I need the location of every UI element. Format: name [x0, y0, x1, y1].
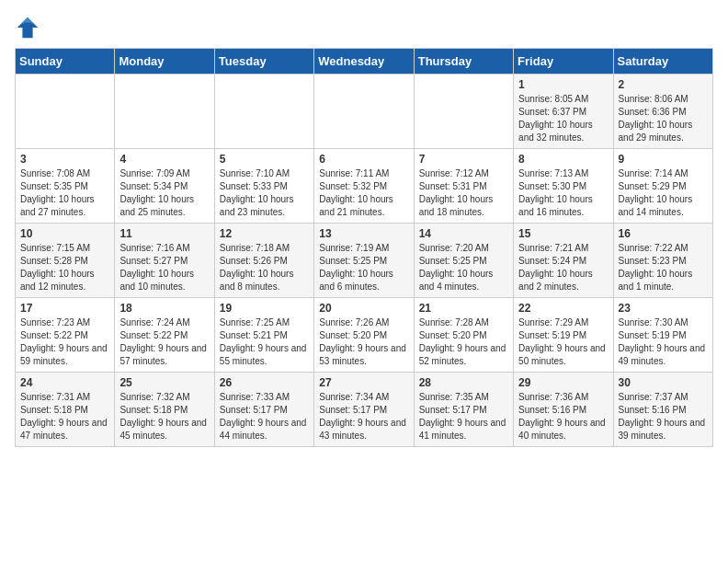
day-info: Sunrise: 7:13 AM Sunset: 5:30 PM Dayligh…	[518, 167, 608, 219]
day-number: 3	[20, 153, 109, 166]
day-number: 16	[619, 227, 708, 240]
weekday-header-saturday: Saturday	[613, 49, 712, 75]
calendar-cell: 26Sunrise: 7:33 AM Sunset: 5:17 PM Dayli…	[214, 373, 313, 447]
calendar-cell: 24Sunrise: 7:31 AM Sunset: 5:18 PM Dayli…	[16, 373, 115, 447]
day-number: 7	[419, 153, 508, 166]
calendar-cell: 13Sunrise: 7:19 AM Sunset: 5:25 PM Dayli…	[314, 224, 414, 298]
day-info: Sunrise: 7:32 AM Sunset: 5:18 PM Dayligh…	[119, 391, 209, 442]
day-number: 6	[319, 153, 408, 166]
calendar-cell: 23Sunrise: 7:30 AM Sunset: 5:19 PM Dayli…	[613, 298, 712, 373]
calendar-cell: 6Sunrise: 7:11 AM Sunset: 5:32 PM Daylig…	[314, 149, 414, 224]
weekday-header-tuesday: Tuesday	[214, 49, 313, 75]
day-info: Sunrise: 7:15 AM Sunset: 5:28 PM Dayligh…	[20, 242, 109, 293]
day-number: 12	[220, 227, 309, 240]
day-info: Sunrise: 7:24 AM Sunset: 5:22 PM Dayligh…	[119, 316, 209, 368]
day-number: 24	[20, 376, 109, 389]
day-number: 23	[619, 302, 708, 315]
calendar-cell: 20Sunrise: 7:26 AM Sunset: 5:20 PM Dayli…	[314, 298, 414, 373]
day-info: Sunrise: 7:12 AM Sunset: 5:31 PM Dayligh…	[419, 167, 508, 219]
day-info: Sunrise: 7:35 AM Sunset: 5:17 PM Dayligh…	[419, 391, 508, 442]
day-number: 5	[220, 153, 309, 166]
calendar-cell: 5Sunrise: 7:10 AM Sunset: 5:33 PM Daylig…	[214, 149, 313, 224]
day-number: 15	[518, 227, 608, 240]
day-info: Sunrise: 7:16 AM Sunset: 5:27 PM Dayligh…	[119, 242, 209, 293]
day-number: 20	[319, 302, 408, 315]
day-number: 4	[119, 153, 209, 166]
weekday-header-sunday: Sunday	[16, 49, 115, 75]
day-number: 18	[119, 302, 209, 315]
calendar-cell: 1Sunrise: 8:05 AM Sunset: 6:37 PM Daylig…	[514, 75, 613, 149]
day-number: 22	[518, 302, 608, 315]
calendar-cell: 22Sunrise: 7:29 AM Sunset: 5:19 PM Dayli…	[514, 298, 613, 373]
weekday-header-monday: Monday	[115, 49, 214, 75]
day-info: Sunrise: 7:21 AM Sunset: 5:24 PM Dayligh…	[518, 242, 608, 293]
day-info: Sunrise: 7:34 AM Sunset: 5:17 PM Dayligh…	[319, 391, 408, 442]
day-info: Sunrise: 8:06 AM Sunset: 6:36 PM Dayligh…	[619, 93, 708, 144]
day-info: Sunrise: 7:28 AM Sunset: 5:20 PM Dayligh…	[419, 316, 508, 368]
day-number: 14	[419, 227, 508, 240]
day-info: Sunrise: 7:22 AM Sunset: 5:23 PM Dayligh…	[619, 242, 708, 293]
calendar-cell: 2Sunrise: 8:06 AM Sunset: 6:36 PM Daylig…	[613, 75, 712, 149]
day-number: 19	[220, 302, 309, 315]
day-info: Sunrise: 7:18 AM Sunset: 5:26 PM Dayligh…	[220, 242, 309, 293]
day-number: 21	[419, 302, 508, 315]
day-number: 8	[518, 153, 608, 166]
day-info: Sunrise: 7:08 AM Sunset: 5:35 PM Dayligh…	[20, 167, 109, 219]
day-info: Sunrise: 7:25 AM Sunset: 5:21 PM Dayligh…	[220, 316, 309, 368]
day-info: Sunrise: 7:11 AM Sunset: 5:32 PM Dayligh…	[319, 167, 408, 219]
weekday-header-wednesday: Wednesday	[314, 49, 414, 75]
day-number: 17	[20, 302, 109, 315]
day-number: 28	[419, 376, 508, 389]
calendar-cell: 21Sunrise: 7:28 AM Sunset: 5:20 PM Dayli…	[414, 298, 513, 373]
calendar-cell: 19Sunrise: 7:25 AM Sunset: 5:21 PM Dayli…	[214, 298, 313, 373]
calendar-cell: 12Sunrise: 7:18 AM Sunset: 5:26 PM Dayli…	[214, 224, 313, 298]
calendar-cell: 27Sunrise: 7:34 AM Sunset: 5:17 PM Dayli…	[314, 373, 414, 447]
weekday-header-thursday: Thursday	[414, 49, 513, 75]
calendar-week-row: 3Sunrise: 7:08 AM Sunset: 5:35 PM Daylig…	[16, 149, 713, 224]
logo	[15, 15, 44, 40]
calendar-cell	[414, 75, 513, 149]
day-info: Sunrise: 7:36 AM Sunset: 5:16 PM Dayligh…	[518, 391, 608, 442]
day-number: 25	[119, 376, 209, 389]
calendar-cell: 4Sunrise: 7:09 AM Sunset: 5:34 PM Daylig…	[115, 149, 214, 224]
calendar-cell: 10Sunrise: 7:15 AM Sunset: 5:28 PM Dayli…	[16, 224, 115, 298]
day-info: Sunrise: 7:33 AM Sunset: 5:17 PM Dayligh…	[220, 391, 309, 442]
calendar-cell	[16, 75, 115, 149]
calendar-cell: 15Sunrise: 7:21 AM Sunset: 5:24 PM Dayli…	[514, 224, 613, 298]
day-info: Sunrise: 7:37 AM Sunset: 5:16 PM Dayligh…	[619, 391, 708, 442]
calendar-cell: 28Sunrise: 7:35 AM Sunset: 5:17 PM Dayli…	[414, 373, 513, 447]
day-number: 11	[119, 227, 209, 240]
calendar-cell: 14Sunrise: 7:20 AM Sunset: 5:25 PM Dayli…	[414, 224, 513, 298]
calendar-table: SundayMondayTuesdayWednesdayThursdayFrid…	[15, 48, 713, 447]
day-info: Sunrise: 7:09 AM Sunset: 5:34 PM Dayligh…	[119, 167, 209, 219]
day-number: 30	[619, 376, 708, 389]
calendar-cell: 9Sunrise: 7:14 AM Sunset: 5:29 PM Daylig…	[613, 149, 712, 224]
calendar-week-row: 1Sunrise: 8:05 AM Sunset: 6:37 PM Daylig…	[16, 75, 713, 149]
calendar-week-row: 17Sunrise: 7:23 AM Sunset: 5:22 PM Dayli…	[16, 298, 713, 373]
page-header	[15, 15, 713, 40]
day-number: 1	[518, 78, 608, 91]
calendar-cell: 7Sunrise: 7:12 AM Sunset: 5:31 PM Daylig…	[414, 149, 513, 224]
day-info: Sunrise: 7:14 AM Sunset: 5:29 PM Dayligh…	[619, 167, 708, 219]
calendar-cell: 11Sunrise: 7:16 AM Sunset: 5:27 PM Dayli…	[115, 224, 214, 298]
calendar-cell: 29Sunrise: 7:36 AM Sunset: 5:16 PM Dayli…	[514, 373, 613, 447]
day-info: Sunrise: 7:26 AM Sunset: 5:20 PM Dayligh…	[319, 316, 408, 368]
weekday-header-row: SundayMondayTuesdayWednesdayThursdayFrid…	[16, 49, 713, 75]
day-number: 10	[20, 227, 109, 240]
calendar-cell: 16Sunrise: 7:22 AM Sunset: 5:23 PM Dayli…	[613, 224, 712, 298]
day-number: 9	[619, 153, 708, 166]
day-info: Sunrise: 8:05 AM Sunset: 6:37 PM Dayligh…	[518, 93, 608, 144]
day-number: 29	[518, 376, 608, 389]
calendar-week-row: 10Sunrise: 7:15 AM Sunset: 5:28 PM Dayli…	[16, 224, 713, 298]
day-info: Sunrise: 7:30 AM Sunset: 5:19 PM Dayligh…	[619, 316, 708, 368]
day-info: Sunrise: 7:23 AM Sunset: 5:22 PM Dayligh…	[20, 316, 109, 368]
calendar-cell: 30Sunrise: 7:37 AM Sunset: 5:16 PM Dayli…	[613, 373, 712, 447]
day-number: 26	[220, 376, 309, 389]
weekday-header-friday: Friday	[514, 49, 613, 75]
calendar-cell: 25Sunrise: 7:32 AM Sunset: 5:18 PM Dayli…	[115, 373, 214, 447]
calendar-week-row: 24Sunrise: 7:31 AM Sunset: 5:18 PM Dayli…	[16, 373, 713, 447]
calendar-cell: 3Sunrise: 7:08 AM Sunset: 5:35 PM Daylig…	[16, 149, 115, 224]
day-number: 27	[319, 376, 408, 389]
calendar-cell: 8Sunrise: 7:13 AM Sunset: 5:30 PM Daylig…	[514, 149, 613, 224]
day-info: Sunrise: 7:31 AM Sunset: 5:18 PM Dayligh…	[20, 391, 109, 442]
